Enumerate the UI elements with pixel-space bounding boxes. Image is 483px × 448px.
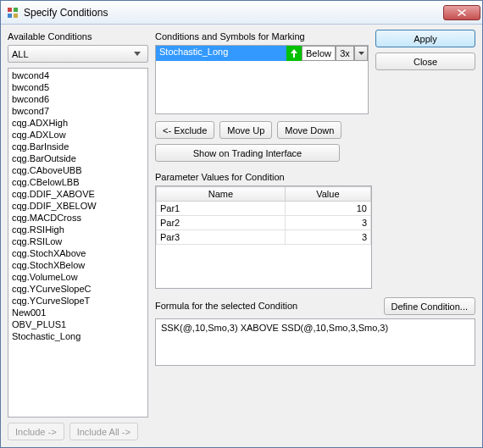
col-name[interactable]: Name bbox=[157, 187, 286, 202]
close-button[interactable]: Close bbox=[375, 53, 475, 70]
include-all-button[interactable]: Include All -> bbox=[69, 423, 138, 440]
table-row[interactable]: Par23 bbox=[157, 216, 371, 230]
close-icon bbox=[458, 9, 466, 16]
exclude-button[interactable]: <- Exclude bbox=[155, 121, 214, 139]
marking-list[interactable]: Stochastic_LongBelow3x bbox=[155, 45, 369, 114]
filter-combo[interactable]: ALL bbox=[8, 45, 148, 63]
list-item[interactable]: Stochastic_Long bbox=[8, 330, 147, 342]
list-item[interactable]: cqg.ADXHigh bbox=[8, 117, 147, 129]
param-value[interactable]: 3 bbox=[285, 216, 370, 230]
list-item[interactable]: cqg.RSIHigh bbox=[8, 224, 147, 235]
list-item[interactable]: bwcond6 bbox=[8, 93, 147, 105]
right-panel: Conditions and Symbols for Marking Stoch… bbox=[155, 30, 475, 440]
list-item[interactable]: cqg.DDIF_XBELOW bbox=[8, 200, 147, 212]
svg-rect-0 bbox=[8, 8, 12, 12]
list-item[interactable]: bwcond5 bbox=[8, 81, 147, 93]
svg-rect-2 bbox=[8, 14, 12, 18]
list-item[interactable]: OBV_PLUS1 bbox=[8, 318, 147, 330]
arrow-up-icon bbox=[286, 46, 302, 61]
list-item[interactable]: cqg.YCurveSlopeC bbox=[8, 283, 147, 295]
list-item[interactable]: bwcond4 bbox=[8, 69, 147, 81]
list-item[interactable]: cqg.StochXBelow bbox=[8, 259, 147, 271]
list-item[interactable]: cqg.DDIF_XABOVE bbox=[8, 188, 147, 200]
list-item[interactable]: cqg.ADXLow bbox=[8, 129, 147, 141]
marking-item-name: Stochastic_Long bbox=[156, 46, 286, 61]
apply-button[interactable]: Apply bbox=[375, 30, 475, 47]
list-item[interactable]: cqg.VolumeLow bbox=[8, 271, 147, 283]
list-item[interactable]: cqg.StochXAbove bbox=[8, 247, 147, 259]
app-icon bbox=[6, 6, 19, 19]
list-item[interactable]: cqg.CBelowLBB bbox=[8, 176, 147, 188]
param-name: Par2 bbox=[157, 216, 286, 230]
position-label: Below bbox=[302, 46, 336, 61]
chevron-down-icon[interactable] bbox=[354, 46, 368, 61]
dialog-window: Specify Conditions Available Conditions … bbox=[0, 0, 483, 448]
titlebar: Specify Conditions bbox=[1, 1, 482, 25]
params-label: Parameter Values for Condition bbox=[155, 172, 372, 182]
svg-rect-3 bbox=[14, 14, 18, 18]
show-trading-button[interactable]: Show on Trading Interface bbox=[155, 144, 340, 162]
list-item[interactable]: New001 bbox=[8, 307, 147, 318]
params-panel: Parameter Values for Condition Name Valu… bbox=[155, 170, 372, 289]
available-list[interactable]: bwcond4bwcond5bwcond6bwcond7cqg.ADXHighc… bbox=[8, 68, 148, 418]
param-name: Par3 bbox=[157, 230, 286, 245]
define-condition-button[interactable]: Define Condition... bbox=[384, 297, 476, 315]
list-item[interactable]: cqg.CAboveUBB bbox=[8, 164, 147, 176]
list-item[interactable]: cqg.YCurveSlopeT bbox=[8, 295, 147, 307]
list-item[interactable]: cqg.BarOutside bbox=[8, 152, 147, 164]
window-close-button[interactable] bbox=[443, 5, 480, 20]
formula-text[interactable]: SSK(@,10,Smo,3) XABOVE SSD(@,10,Smo,3,Sm… bbox=[155, 318, 475, 366]
list-item[interactable]: bwcond7 bbox=[8, 105, 147, 117]
list-item[interactable]: cqg.RSILow bbox=[8, 235, 147, 247]
param-value[interactable]: 3 bbox=[285, 230, 370, 245]
table-row[interactable]: Par110 bbox=[157, 202, 371, 216]
col-value[interactable]: Value bbox=[285, 187, 370, 202]
move-down-button[interactable]: Move Down bbox=[277, 121, 341, 139]
move-up-button[interactable]: Move Up bbox=[219, 121, 272, 139]
window-title: Specify Conditions bbox=[24, 7, 443, 19]
dialog-body: Available Conditions ALL bwcond4bwcond5b… bbox=[1, 25, 482, 447]
filter-value: ALL bbox=[12, 49, 29, 59]
formula-label: Formula for the selected Condition bbox=[155, 301, 297, 311]
count-label: 3x bbox=[336, 46, 354, 61]
available-panel: Available Conditions ALL bwcond4bwcond5b… bbox=[8, 30, 148, 440]
marking-label: Conditions and Symbols for Marking bbox=[155, 31, 369, 41]
marking-panel: Conditions and Symbols for Marking Stoch… bbox=[155, 30, 369, 162]
chevron-down-icon bbox=[130, 47, 144, 61]
svg-rect-1 bbox=[14, 8, 18, 12]
param-name: Par1 bbox=[157, 202, 286, 216]
available-label: Available Conditions bbox=[8, 31, 148, 41]
table-row[interactable]: Par33 bbox=[157, 230, 371, 245]
list-item[interactable]: cqg.MACDCross bbox=[8, 212, 147, 224]
list-item[interactable]: cqg.BarInside bbox=[8, 141, 147, 152]
marking-item[interactable]: Stochastic_LongBelow3x bbox=[156, 46, 368, 61]
params-table[interactable]: Name Value Par110Par23Par33 bbox=[155, 185, 372, 289]
param-value[interactable]: 10 bbox=[285, 202, 370, 216]
include-button[interactable]: Include -> bbox=[8, 423, 64, 440]
